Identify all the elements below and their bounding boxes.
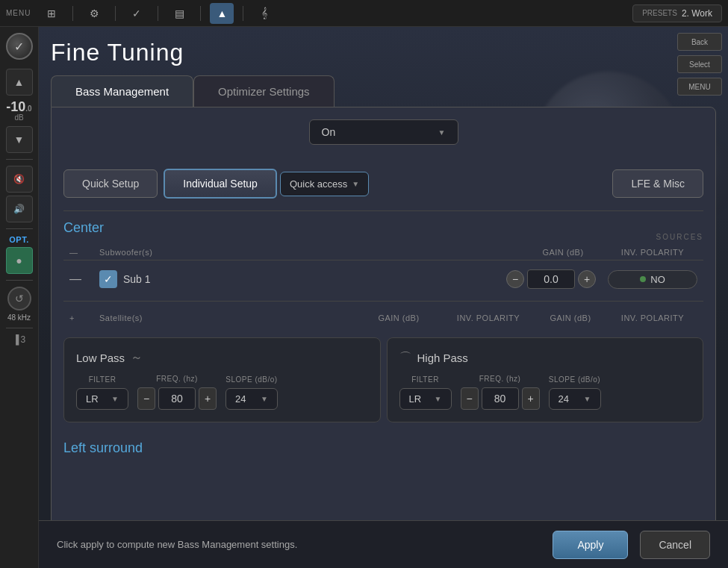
volume-display: -10.0 [6, 100, 31, 113]
high-pass-controls: FILTER LR ▼ FREQ. (hz) − 80 + [399, 375, 691, 410]
preset-area: PRESETS 2. Work [632, 4, 722, 22]
settings-icon[interactable]: ⚙ [82, 3, 106, 24]
logo-check-icon: ✓ [14, 40, 24, 54]
low-pass-title: Low Pass ～ [76, 350, 368, 366]
polarity-dot [640, 276, 646, 282]
sat-gain-db-label2: GAIN (dB) [533, 313, 608, 322]
sub1-name: Sub 1 [123, 273, 506, 285]
volume-decimal: .0 [25, 104, 31, 113]
page-title: Fine Tuning [51, 39, 716, 66]
divider5 [243, 6, 243, 21]
on-dropdown-value: On [322, 126, 336, 138]
logo[interactable]: ✓ [6, 33, 33, 60]
lfe-misc-button[interactable]: LFE & Misc [612, 169, 703, 198]
high-pass-freq-decrease-button[interactable]: − [461, 387, 479, 410]
clock-icon[interactable]: ↺ [7, 287, 31, 310]
high-pass-filter-arrow-icon: ▼ [435, 395, 442, 403]
sub1-gain-control: − 0.0 + [506, 269, 596, 289]
satellite-col-label: Satellite(s) [99, 313, 354, 322]
speaker-small-icon: ▐ [13, 334, 19, 345]
high-pass-freq-value: 80 [482, 387, 519, 410]
freq-display: 48 kHz [7, 313, 31, 322]
sidebar-bottom-icons: ▐ 3 [13, 334, 25, 345]
high-pass-slope-select[interactable]: 24 ▼ [549, 388, 601, 410]
sub1-checkbox[interactable]: ✓ [99, 270, 117, 288]
high-pass-freq-control: − 80 + [461, 387, 540, 410]
low-pass-slope-value: 24 [235, 393, 246, 405]
low-pass-slope-arrow-icon: ▼ [261, 395, 268, 403]
on-dropdown[interactable]: On ▼ [309, 119, 458, 145]
top-menu-bar: MENU ⊞ ⚙ ✓ ▤ ▲ 𝄞 PRESETS 2. Work [0, 0, 728, 27]
left-sidebar: ✓ ▲ -10.0 dB ▼ 🔇 🔊 OPT. ● ↺ 48 kHz ▐ 3 [0, 27, 39, 568]
select-button[interactable]: Select [677, 55, 722, 73]
right-panel: Back Select MENU [677, 33, 722, 96]
subwoofer-table-header: — Subwoofer(s) GAIN (dB) INV. POLARITY [63, 245, 703, 260]
speaker-button[interactable]: 🔊 [6, 196, 33, 222]
sat-inv-polarity-label2: INV. POLARITY [608, 313, 697, 322]
sub1-polarity-button[interactable]: NO [608, 270, 697, 289]
high-pass-wave-icon: ⌒ [399, 350, 411, 366]
tab-bass-management[interactable]: Bass Management [51, 75, 193, 107]
sub1-gain-decrease-button[interactable]: − [506, 270, 524, 288]
section-separator-top [63, 210, 703, 211]
quick-access-label: Quick access [290, 178, 347, 190]
sub1-gain-value: 0.0 [527, 269, 575, 289]
subwoofer-col-label: Subwoofer(s) [99, 248, 518, 257]
low-pass-freq-increase-button[interactable]: + [199, 387, 217, 410]
menu-button[interactable]: MENU [677, 78, 722, 96]
cancel-button[interactable]: Cancel [640, 531, 710, 559]
satellite-header: + Satellite(s) GAIN (dB) INV. POLARITY G… [63, 310, 703, 325]
sub1-gain-increase-button[interactable]: + [578, 270, 596, 288]
divider [72, 6, 73, 21]
opt-toggle[interactable]: ● [6, 247, 33, 274]
plus-icon[interactable]: + [69, 313, 99, 322]
dropdown-arrow-icon: ▼ [438, 128, 446, 137]
collapse-icon[interactable]: — [69, 272, 99, 286]
high-pass-freq-increase-button[interactable]: + [522, 387, 540, 410]
left-surround-title: Left surround [63, 440, 703, 456]
tab-optimizer-label: Optimizer Settings [218, 85, 310, 98]
audio-icon[interactable]: 𝄞 [252, 3, 276, 24]
setup-row: Quick Setup Individual Setup Quick acces… [63, 169, 703, 199]
divider3 [158, 6, 158, 21]
chart-icon[interactable]: ▲ [210, 3, 234, 24]
divider4 [200, 6, 201, 21]
grid-icon[interactable]: ⊞ [40, 3, 63, 24]
sat-gain-db-label: GAIN (dB) [354, 313, 444, 322]
individual-setup-button[interactable]: Individual Setup [164, 169, 277, 199]
sub1-polarity-value: NO [650, 274, 665, 285]
tab-optimizer-settings[interactable]: Optimizer Settings [193, 75, 335, 107]
low-pass-freq-decrease-button[interactable]: − [137, 387, 155, 410]
left-surround-section: Left surround [63, 440, 703, 456]
low-pass-slope-select[interactable]: 24 ▼ [225, 388, 278, 410]
high-pass-filter-select[interactable]: LR ▼ [399, 388, 452, 410]
high-pass-filter-value: LR [409, 393, 422, 405]
quick-setup-button[interactable]: Quick Setup [63, 169, 158, 198]
volume-down-button[interactable]: ▼ [6, 126, 33, 153]
apply-button[interactable]: Apply [553, 531, 628, 559]
check-icon[interactable]: ✓ [125, 3, 149, 24]
main-content: Back Select MENU Fine Tuning Bass Manage… [39, 27, 728, 568]
preset-value: 2. Work [682, 8, 712, 19]
volume-value: -10 [6, 99, 25, 114]
opt-label: OPT. [9, 235, 28, 244]
quick-access-dropdown[interactable]: Quick access ▼ [280, 172, 369, 196]
sidebar-divider1 [6, 159, 33, 160]
message-icon[interactable]: ▤ [167, 3, 191, 24]
low-pass-title-text: Low Pass [76, 352, 125, 364]
individual-setup-label: Individual Setup [183, 178, 258, 190]
back-button[interactable]: Back [677, 33, 722, 51]
center-section-title: Center [63, 220, 703, 236]
low-pass-filter-select[interactable]: LR ▼ [76, 388, 128, 410]
quick-access-arrow-icon: ▼ [352, 180, 359, 188]
mute-button[interactable]: 🔇 [6, 166, 33, 193]
low-pass-wave-icon: ～ [131, 350, 143, 366]
bottom-bar: Click apply to compute new Bass Manageme… [39, 520, 728, 568]
volume-up-button[interactable]: ▲ [6, 69, 33, 96]
content-panel: SOURCES On ▼ Quick Setup Individual Setu… [51, 107, 716, 540]
number-icon: 3 [20, 334, 25, 345]
divider2 [115, 6, 116, 21]
preset-box[interactable]: PRESETS 2. Work [632, 4, 722, 22]
low-pass-freq-control: − 80 + [137, 387, 217, 410]
inv-polarity-col-label: INV. POLARITY [608, 248, 697, 257]
